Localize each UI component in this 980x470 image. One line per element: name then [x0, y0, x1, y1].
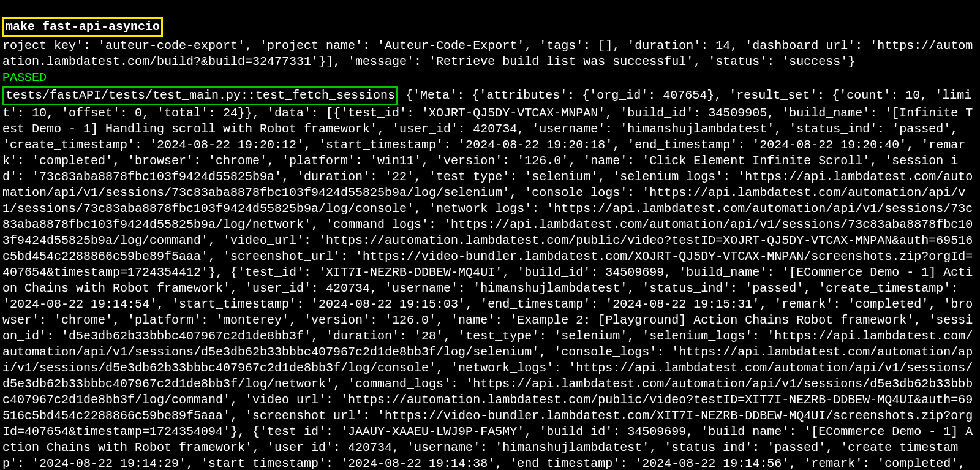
test-status-passed: PASSED: [2, 70, 47, 85]
command-highlight: make fast-api-asyncio: [2, 17, 163, 37]
session-dump-output: {'Meta': {'attributes': {'org_id': 40765…: [2, 88, 980, 470]
build-list-output-tail: roject_key': 'auteur-code-export', 'proj…: [2, 39, 973, 69]
terminal-output[interactable]: make fast-api-asyncio roject_key': 'aute…: [0, 0, 980, 470]
test-path-highlight: tests/fastAPI/tests/test_main.py::test_f…: [2, 86, 398, 105]
